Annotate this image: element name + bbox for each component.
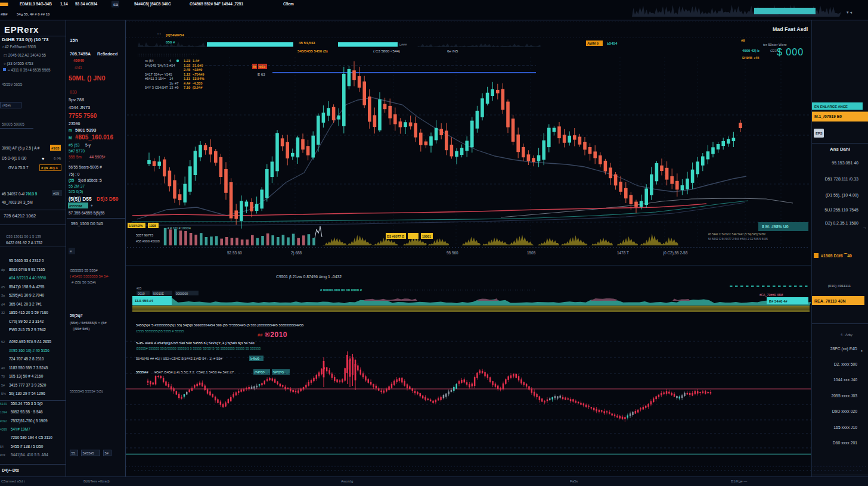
svg-text:♥: ♥ xyxy=(42,156,45,161)
svg-text:#7: #7 xyxy=(175,82,178,85)
svg-text:1/10/4/2%: 1/10/4/2% xyxy=(129,224,143,228)
svg-text:##: ## xyxy=(258,332,263,338)
svg-text:45559 5655: 45559 5655 xyxy=(2,82,23,86)
svg-text:0010: 0010 xyxy=(138,292,145,295)
svg-text:#FA_70##0 45M: #FA_70##0 45M xyxy=(760,293,783,297)
svg-text:45 54,543: 45 54,543 xyxy=(299,40,315,45)
svg-text:54: 54 xyxy=(0,445,4,448)
svg-text:4544 JN73: 4544 JN73 xyxy=(69,105,90,110)
svg-text:C555 5555555(55 5555 # 5555: C555 5555555(55 5555 # 55555 xyxy=(136,329,184,333)
svg-text:1183 550 559 7 3 5245: 1183 550 559 7 3 5245 xyxy=(9,366,48,370)
svg-text:EPRerx: EPRerx xyxy=(4,24,39,35)
svg-text:D5 D-0(1 0 /30: D5 D-0(1 0 /30 xyxy=(2,156,27,161)
svg-text:-4.355: -4.355 xyxy=(193,82,203,85)
svg-text:595_1500 D0 5#5: 595_1500 D0 5#5 xyxy=(71,222,103,226)
svg-text:m (54: m (54 xyxy=(145,59,154,63)
svg-text:50010E: 50010E xyxy=(153,292,164,295)
svg-text:46040: 46040 xyxy=(73,58,84,63)
svg-text:#805_160.016: #805_160.016 xyxy=(75,134,113,141)
svg-text:5UJ 255.110 7545: 5UJ 255.110 7545 xyxy=(824,208,858,212)
svg-text:5295)41 30 9 2.7040: 5295)41 30 9 2.7040 xyxy=(9,293,44,298)
svg-text:75) ; 0: 75) ; 0 xyxy=(69,172,80,177)
svg-text:5#7 5770: 5#7 5770 xyxy=(69,149,85,153)
svg-text:23596: 23596 xyxy=(69,122,80,126)
svg-text:57.355 64555 5(5(55: 57.355 64555 5(5(55 xyxy=(69,211,105,216)
svg-text:1b: 1b xyxy=(169,82,173,85)
svg-text:50( 130 29 # 54 1296: 50( 130 29 # 54 1296 xyxy=(9,391,45,396)
svg-text:D4HB 733 0(I) (10 '73: D4HB 733 0(I) (10 '73 xyxy=(2,37,49,42)
svg-text:54y545 '54y7(3 #54: 54y545 '54y7(3 #54 xyxy=(145,64,176,67)
svg-text:1.02: 1.02 xyxy=(184,64,190,67)
svg-text:2.45: 2.45 xyxy=(184,68,191,71)
svg-text:5052 93.55 · 5 546: 5052 93.55 · 5 546 xyxy=(11,410,43,414)
svg-text:5455(5(4 '5 #5555555(5(1 55) 5: 5455(5(4 '5 #5555555(5(1 55) 54(5(0 5000… xyxy=(136,323,304,327)
svg-text:3415 777 37 3 9 2520: 3415 777 37 3 9 2520 xyxy=(9,383,46,387)
svg-text:52: 52 xyxy=(1,340,5,344)
svg-text:(555555 55 555#: (555555 55 555# xyxy=(70,268,98,272)
svg-text:5)ed a5bds :5: 5)ed a5bds :5 xyxy=(78,178,102,183)
svg-text:54Y 3 C54/54T: 54Y 3 C54/54T xyxy=(145,86,168,89)
svg-text:53 34 #C534: 53 34 #C534 xyxy=(75,2,98,6)
svg-text:m: m xyxy=(69,128,72,132)
svg-text:3a: 3a xyxy=(1,294,5,297)
svg-text:dp: dp xyxy=(1,268,5,272)
svg-text:C9501 β 21zw 0.87496 #mg 1: C9501 β 21zw 0.87496 #mg 1 -0432 xyxy=(276,275,342,279)
svg-text:#09: #09 xyxy=(53,192,60,195)
svg-text:3090) AP (6 μ 2.5 | A #: 3090) AP (6 μ 2.5 | A # xyxy=(2,146,40,151)
svg-text:#05: #05 xyxy=(137,286,142,290)
svg-text:70: 70 xyxy=(1,375,5,378)
svg-text:* *: * * xyxy=(157,33,162,36)
svg-text:EN ENLARGE ANCE: EN ENLARGE ANCE xyxy=(814,105,848,108)
svg-text:4/41: 4/41 xyxy=(75,66,82,70)
svg-text:2) 688: 2) 688 xyxy=(291,251,302,256)
svg-text:14: 14 xyxy=(169,77,173,80)
svg-text:1,14: 1,14 xyxy=(60,2,68,7)
svg-text:5057 90773: 5057 90773 xyxy=(136,233,153,237)
svg-text:13.0-4M4+/4: 13.0-4M4+/4 xyxy=(135,299,153,303)
svg-text:·: · xyxy=(69,159,70,163)
svg-text:# (N JU) 4: # (N JU) 4 xyxy=(41,166,58,170)
svg-text:5455 # 138 / 5 D50: 5455 # 138 / 5 D50 xyxy=(11,444,44,448)
svg-text:555 5m: 555 5m xyxy=(69,155,82,159)
svg-text:#7#: #7# xyxy=(0,453,5,457)
svg-text:56'55 5oars-5005 #: 56'55 5oars-5005 # xyxy=(69,165,102,169)
svg-text:7532)51-750 ( 5 1909: 7532)51-750 ( 5 1909 xyxy=(11,419,48,423)
svg-text:♦: ♦ xyxy=(861,349,863,353)
svg-text:#5 (53: #5 (53 xyxy=(69,143,80,148)
svg-text:95 5465 33 4 2312 0: 95 5465 33 4 2312 0 xyxy=(9,258,44,263)
svg-text:→: → xyxy=(863,225,867,229)
svg-text:705.7455A: 705.7455A xyxy=(70,51,91,57)
svg-text:(3.54#: (3.54# xyxy=(193,86,203,89)
svg-text:C5em: C5em xyxy=(283,2,294,6)
svg-text:▾ ◂: ▾ ◂ xyxy=(847,10,852,14)
svg-text:6 (4): 6 (4) xyxy=(54,157,61,160)
svg-text:(0)54W#54: (0)54W#54 xyxy=(166,33,184,37)
svg-text:Re5adoed: Re5adoed xyxy=(97,51,117,57)
svg-text:7260 530 194 4 C5 2110: 7260 530 194 4 C5 2110 xyxy=(11,435,52,440)
svg-text:D51 728.111 /0.33: D51 728.111 /0.33 xyxy=(824,177,858,181)
svg-text:#5 34057 0-4/: #5 34057 0-4/ xyxy=(2,192,25,196)
svg-text:› 42 Fa55word 5305: › 42 Fa55word 5305 xyxy=(2,45,36,49)
svg-text:ter 50ster Were: ter 50ster Were xyxy=(763,43,787,46)
svg-text:REA_70110 43N: REA_70110 43N xyxy=(814,299,846,303)
svg-text:(55#) / 5#5555(5 > (5#: (55#) / 5#5555(5 > (5# xyxy=(70,320,107,325)
svg-text:44 5905+: 44 5905+ xyxy=(89,155,106,159)
svg-text:95.153.051 40: 95.153.051 40 xyxy=(832,161,858,165)
svg-text:1855 415 20 5 59 7160: 1855 415 20 5 59 7160 xyxy=(9,310,48,314)
svg-text:724 707 45 2 8 2310: 724 707 45 2 8 2310 xyxy=(9,357,44,361)
svg-text:((55# 5#5): ((55# 5#5) xyxy=(73,326,90,331)
svg-text:Mad Fast Asdl: Mad Fast Asdl xyxy=(773,26,808,32)
svg-text:(5(5)) D55: (5(5)) D55 xyxy=(69,196,92,202)
svg-text:1.23: 1.23 xyxy=(184,59,191,63)
svg-text:28PC (xx) E4D: 28PC (xx) E4D xyxy=(830,347,857,351)
svg-text:#58 #999 45608: #58 #999 45608 xyxy=(136,239,160,243)
svg-text:# 60000.000 00 00 0000 #: # 60000.000 00 00 0000 # xyxy=(320,288,362,292)
svg-text:PW5 2L5 75 2 9 7942: PW5 2L5 75 2 9 7942 xyxy=(9,328,46,332)
svg-text:7755 7560: 7755 7560 xyxy=(69,113,97,119)
svg-text:54#4C5( )54C5 340C: 54#4C5( )54C5 340C xyxy=(134,2,171,7)
svg-text:(45#): (45#) xyxy=(2,104,11,107)
svg-text:725 64212 1062: 725 64212 1062 xyxy=(4,213,36,219)
svg-text:#.4#: #.4# xyxy=(184,82,191,85)
svg-text:1.4#: 1.4# xyxy=(193,59,200,63)
svg-text:#3 5442 C 547M C 54F 5447 (5 5: #3 5442 C 547M C 54F 5447 (5 54) 545) 54… xyxy=(708,233,765,236)
